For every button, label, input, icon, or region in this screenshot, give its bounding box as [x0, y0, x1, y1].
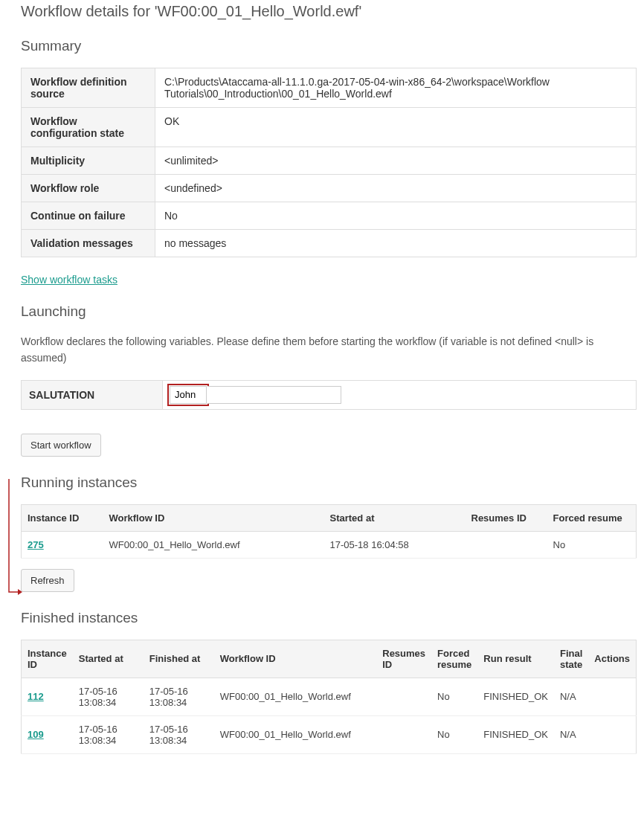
cell-actions	[588, 715, 636, 753]
cell-finished-at: 17-05-16 13:08:34	[144, 715, 214, 753]
col-workflow-id: Workflow ID	[103, 504, 324, 531]
summary-row: Workflow definition sourceC:\Products\At…	[22, 68, 637, 108]
col-forced-resume: Forced resume	[431, 640, 477, 678]
summary-row: Workflow configuration stateOK	[22, 108, 637, 147]
cell-started-at: 17-05-16 13:08:34	[73, 678, 144, 715]
cell-resumes-id	[376, 678, 431, 715]
start-workflow-button[interactable]: Start workflow	[21, 434, 101, 457]
highlight-box	[167, 384, 209, 406]
cell-actions	[588, 678, 636, 715]
cell-final-state: N/A	[554, 715, 588, 753]
col-workflow-id: Workflow ID	[214, 640, 377, 678]
col-resumes-id: Resumes ID	[376, 640, 431, 678]
cell-workflow-id: WF00:00_01_Hello_World.ewf	[103, 531, 324, 558]
summary-row: Multiplicity<unlimited>	[22, 147, 637, 175]
variable-cell	[163, 380, 637, 409]
variable-label: SALUTATION	[22, 380, 163, 409]
col-instance-id: Instance ID	[22, 504, 103, 531]
col-forced-resume: Forced resume	[547, 504, 637, 531]
cell-started-at: 17-05-16 13:08:34	[73, 715, 144, 753]
summary-value: OK	[155, 108, 637, 147]
launching-description: Workflow declares the following variable…	[21, 333, 637, 367]
summary-label: Workflow role	[22, 175, 155, 202]
page-title: Workflow details for 'WF00:00_01_Hello_W…	[21, 3, 637, 20]
table-row: 275 WF00:00_01_Hello_World.ewf 17-05-18 …	[22, 531, 637, 558]
col-final-state: Final state	[554, 640, 588, 678]
summary-row: Validation messagesno messages	[22, 230, 637, 257]
salutation-input[interactable]	[170, 386, 207, 404]
summary-value: No	[155, 202, 637, 230]
cell-resumes-id	[466, 531, 547, 558]
running-instances-heading: Running instances	[21, 474, 637, 491]
cell-forced-resume: No	[431, 715, 477, 753]
running-instances-table: Instance ID Workflow ID Started at Resum…	[21, 504, 637, 559]
table-row: 112 17-05-16 13:08:34 17-05-16 13:08:34 …	[22, 678, 637, 715]
refresh-button[interactable]: Refresh	[21, 569, 74, 592]
instance-id-link[interactable]: 275	[28, 539, 44, 550]
summary-label: Continue on failure	[22, 202, 155, 230]
summary-value: <undefined>	[155, 175, 637, 202]
cell-run-result: FINISHED_OK	[477, 678, 554, 715]
summary-heading: Summary	[21, 38, 637, 54]
finished-instances-table: Instance ID Started at Finished at Workf…	[21, 640, 637, 754]
table-row: 109 17-05-16 13:08:34 17-05-16 13:08:34 …	[22, 715, 637, 753]
col-finished-at: Finished at	[144, 640, 214, 678]
cell-resumes-id	[376, 715, 431, 753]
summary-value: C:\Products\Ataccama-all-11.1.0.ga-2017-…	[155, 68, 637, 108]
col-started-at: Started at	[324, 504, 466, 531]
launching-variables-table: SALUTATION	[21, 380, 637, 410]
cell-forced-resume: No	[431, 678, 477, 715]
launching-heading: Launching	[21, 303, 637, 320]
col-instance-id: Instance ID	[22, 640, 73, 678]
summary-label: Workflow configuration state	[22, 108, 155, 147]
cell-workflow-id: WF00:00_01_Hello_World.ewf	[214, 678, 377, 715]
instance-id-link[interactable]: 109	[28, 729, 44, 740]
summary-value: no messages	[155, 230, 637, 257]
cell-workflow-id: WF00:00_01_Hello_World.ewf	[214, 715, 377, 753]
salutation-input-extra[interactable]	[207, 386, 341, 404]
summary-value: <unlimited>	[155, 147, 637, 175]
cell-finished-at: 17-05-16 13:08:34	[144, 678, 214, 715]
col-run-result: Run result	[477, 640, 554, 678]
summary-label: Workflow definition source	[22, 68, 155, 108]
col-started-at: Started at	[73, 640, 144, 678]
cell-forced-resume: No	[547, 531, 637, 558]
instance-id-link[interactable]: 112	[28, 691, 44, 702]
col-resumes-id: Resumes ID	[466, 504, 547, 531]
summary-row: Continue on failureNo	[22, 202, 637, 230]
finished-instances-heading: Finished instances	[21, 610, 637, 626]
summary-table: Workflow definition sourceC:\Products\At…	[21, 68, 637, 257]
col-actions: Actions	[588, 640, 636, 678]
summary-row: Workflow role<undefined>	[22, 175, 637, 202]
summary-label: Multiplicity	[22, 147, 155, 175]
summary-label: Validation messages	[22, 230, 155, 257]
cell-final-state: N/A	[554, 678, 588, 715]
cell-started-at: 17-05-18 16:04:58	[324, 531, 466, 558]
show-workflow-tasks-link[interactable]: Show workflow tasks	[21, 274, 117, 286]
cell-run-result: FINISHED_OK	[477, 715, 554, 753]
